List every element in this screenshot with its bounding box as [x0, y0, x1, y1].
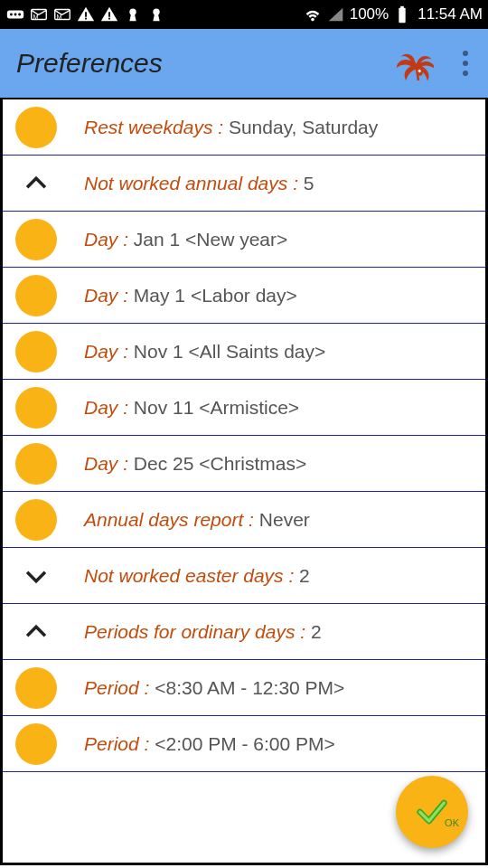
svg-rect-10	[108, 12, 110, 17]
pref-day-item[interactable]: Day : Nov 11 <Armistice>	[3, 380, 485, 436]
svg-point-3	[18, 14, 21, 16]
svg-rect-11	[108, 18, 110, 20]
svg-rect-8	[85, 12, 87, 17]
row-value: Jan 1 <New year>	[134, 229, 287, 250]
row-value: Dec 25 <Christmas>	[134, 453, 306, 474]
ok-fab[interactable]: OK	[396, 776, 468, 848]
row-label: Rest weekdays :	[84, 117, 229, 137]
row-value: <2:00 PM - 6:00 PM>	[155, 733, 335, 754]
bullet-icon	[15, 387, 57, 429]
svg-point-2	[14, 14, 17, 16]
svg-point-1	[10, 14, 13, 16]
row-label: Day :	[84, 453, 134, 474]
bullet-icon	[15, 107, 57, 148]
fab-label: OK	[445, 817, 459, 828]
palm-tree-icon[interactable]	[396, 42, 434, 84]
pref-group-annual-days[interactable]: Not worked annual days : 5	[3, 156, 485, 212]
row-label: Period :	[84, 677, 155, 698]
pref-group-periods[interactable]: Periods for ordinary days : 2	[3, 604, 485, 660]
wifi-icon	[303, 5, 323, 24]
pref-day-item[interactable]: Day : May 1 <Labor day>	[3, 268, 485, 324]
bullet-icon	[15, 275, 57, 316]
row-label: Annual days report :	[84, 509, 259, 530]
page-title: Preferences	[16, 48, 163, 79]
warning-icon	[99, 5, 119, 24]
clock-text: 11:54 AM	[418, 5, 483, 24]
row-label: Periods for ordinary days :	[84, 621, 311, 642]
chevron-up-icon	[15, 163, 57, 204]
pref-day-item[interactable]: Day : Dec 25 <Christmas>	[3, 436, 485, 492]
pref-period-item[interactable]: Period : <8:30 AM - 12:30 PM>	[3, 660, 485, 716]
pref-group-easter-days[interactable]: Not worked easter days : 2	[3, 548, 485, 604]
pref-day-item[interactable]: Day : Nov 1 <All Saints day>	[3, 324, 485, 380]
row-label: Not worked annual days :	[84, 173, 304, 193]
row-value: <8:30 AM - 12:30 PM>	[155, 677, 344, 698]
bullet-icon	[15, 499, 57, 541]
svg-text:M: M	[57, 13, 62, 21]
chevron-up-icon	[15, 611, 57, 653]
pref-annual-report[interactable]: Annual days report : Never	[3, 492, 485, 548]
bullet-icon	[15, 219, 57, 260]
row-label: Day :	[84, 397, 134, 418]
mail-icon: M	[52, 5, 72, 24]
overflow-menu-icon[interactable]	[459, 51, 472, 76]
row-label: Not worked easter days :	[84, 565, 299, 586]
row-value: Nov 1 <All Saints day>	[134, 341, 325, 362]
more-icon	[5, 5, 25, 24]
row-label: Day :	[84, 285, 134, 306]
mail-icon: M	[29, 5, 49, 24]
app-bar: Preferences	[0, 29, 488, 99]
pref-period-item[interactable]: Period : <2:00 PM - 6:00 PM>	[3, 716, 485, 772]
row-label: Period :	[84, 733, 155, 754]
svg-rect-15	[400, 6, 404, 9]
row-label: Day :	[84, 229, 134, 250]
row-value: Never	[259, 509, 310, 530]
pref-rest-weekdays[interactable]: Rest weekdays : Sunday, Saturday	[3, 99, 485, 156]
row-value: Sunday, Saturday	[229, 117, 378, 137]
keyhole-icon	[146, 5, 166, 24]
bullet-icon	[15, 723, 57, 765]
row-value: 2	[311, 621, 322, 642]
svg-text:M: M	[33, 13, 39, 21]
svg-rect-14	[399, 8, 406, 24]
svg-rect-9	[85, 18, 87, 20]
signal-icon	[326, 5, 346, 24]
row-value: May 1 <Labor day>	[134, 285, 297, 306]
warning-icon	[76, 5, 96, 24]
bullet-icon	[15, 443, 57, 485]
status-bar: M M 100% 11:54 AM	[0, 0, 488, 29]
battery-text: 100%	[350, 5, 389, 24]
row-value: Nov 11 <Armistice>	[134, 397, 299, 418]
row-label: Day :	[84, 341, 134, 362]
keyhole-icon	[123, 5, 143, 24]
row-value: 5	[304, 173, 314, 193]
bullet-icon	[15, 667, 57, 709]
battery-icon	[392, 5, 412, 24]
preferences-list: Rest weekdays : Sunday, Saturday Not wor…	[0, 99, 488, 865]
pref-day-item[interactable]: Day : Jan 1 <New year>	[3, 212, 485, 268]
bullet-icon	[15, 331, 57, 373]
row-value: 2	[299, 565, 310, 586]
chevron-down-icon	[15, 555, 57, 597]
